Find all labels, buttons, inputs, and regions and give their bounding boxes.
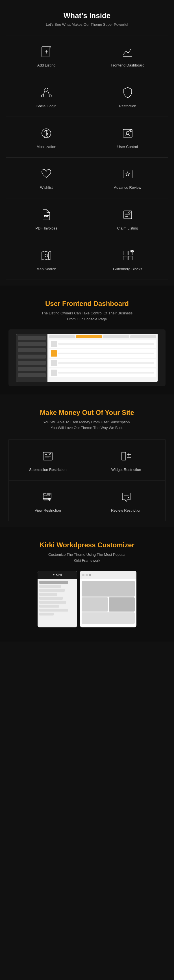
svg-line-8 (48, 91, 49, 95)
submission-restriction-icon (40, 448, 55, 464)
svg-rect-46 (47, 495, 49, 496)
svg-line-7 (43, 91, 45, 95)
grid-cell-view-restriction: View Restriction (9, 480, 87, 521)
user-control-label: User Control (117, 145, 138, 149)
view-restriction-label: View Restriction (35, 508, 61, 512)
page-title: What's Inside (6, 11, 168, 20)
grid-cell-gutenberg-blocks: 3D Gutenberg Blocks (87, 239, 169, 280)
frontend-dashboard-icon (120, 44, 136, 60)
kirki-left-panel: ✦ Kirki (38, 571, 77, 627)
dashboard-section: User Frontend Dashboard The Listing Owne… (0, 286, 174, 395)
frontend-dashboard-label: Frontend Dashboard (111, 63, 144, 67)
map-search-icon (38, 248, 54, 264)
svg-point-26 (45, 254, 48, 257)
grid-cell-add-listing: Add Listing (6, 35, 87, 76)
advance-review-label: Advance Review (114, 185, 141, 189)
money-grid: Submission Restriction Widget Restrictio… (8, 439, 166, 521)
monitization-icon (38, 126, 54, 141)
svg-marker-17 (126, 172, 130, 176)
grid-cell-user-control: User Control (87, 117, 169, 158)
user-control-icon (120, 126, 136, 141)
grid-cell-wishlist: Wishlist (6, 158, 87, 198)
money-section: Make Money Out Of Your Site You Will Abl… (0, 395, 174, 527)
view-restriction-icon (40, 489, 55, 505)
page-subtitle: Let's See What Makes Our Theme Super Pow… (6, 22, 168, 27)
grid-cell-map-search: Map Search (6, 239, 87, 280)
wishlist-label: Wishlist (40, 185, 53, 189)
restriction-label: Restriction (119, 104, 136, 108)
whats-inside-section: What's Inside Let's See What Makes Our T… (0, 0, 174, 286)
features-grid: Add Listing Frontend Dashboard (6, 35, 168, 280)
social-login-label: Social Login (36, 104, 57, 108)
grid-cell-review-restriction: Review Restriction (87, 480, 166, 521)
dashboard-mockup (8, 329, 166, 386)
svg-rect-16 (123, 170, 132, 178)
dashboard-title-suffix: Dashboard (93, 300, 129, 307)
kirki-right-panel (80, 571, 136, 627)
svg-point-5 (41, 95, 44, 97)
kirki-title-kirki: Kirki (40, 541, 54, 549)
grid-cell-pdf-invoices: PDF PDF Invoices (6, 198, 87, 239)
add-listing-icon (38, 44, 54, 60)
add-listing-label: Add Listing (37, 63, 55, 67)
money-title-make: Make (40, 409, 57, 416)
pdf-invoices-icon: PDF (38, 207, 54, 223)
kirki-description: Customize The Theme Using The Most Popul… (8, 552, 166, 564)
svg-rect-31 (128, 256, 132, 260)
grid-cell-advance-review: Advance Review (87, 158, 169, 198)
money-description: You Will Able To Earn Money From User Su… (8, 419, 166, 431)
grid-cell-claim-listing: Claim Listing (87, 198, 169, 239)
gutenberg-blocks-label: Gutenberg Blocks (113, 267, 142, 271)
advance-review-icon (120, 166, 136, 182)
money-title: Make Money Out Of Your Site (8, 409, 166, 417)
kirki-title: Kirki Workdpress Customizer (8, 541, 166, 549)
grid-cell-submission-restriction: Submission Restriction (9, 440, 87, 480)
svg-rect-44 (44, 493, 46, 495)
wishlist-icon (38, 166, 54, 182)
svg-point-12 (126, 131, 129, 134)
dashboard-description: The Listing Owners Can Take Control Of T… (8, 310, 166, 322)
review-restriction-icon (119, 489, 134, 505)
kirki-mockup: ✦ Kirki (8, 571, 166, 633)
gutenberg-blocks-icon: 3D (120, 248, 136, 264)
grid-cell-frontend-dashboard: Frontend Dashboard (87, 35, 169, 76)
grid-cell-monitization: Monitization (6, 117, 87, 158)
money-title-suffix: Out Of Your Site (82, 409, 134, 416)
dashboard-screenshot (8, 329, 166, 386)
kirki-logo: ✦ Kirki (38, 571, 77, 579)
submission-restriction-label: Submission Restriction (29, 468, 66, 472)
dashboard-title-frontend: Frontend (62, 300, 92, 307)
kirki-section: Kirki Workdpress Customizer Customize Th… (0, 527, 174, 641)
monitization-label: Monitization (37, 145, 56, 149)
dashboard-title: User Frontend Dashboard (8, 300, 166, 308)
money-title-money: Money (59, 409, 80, 416)
grid-cell-social-login: Social Login (6, 76, 87, 117)
svg-text:PDF: PDF (44, 215, 49, 217)
restriction-icon (120, 84, 136, 100)
svg-text:3D: 3D (131, 250, 134, 253)
widget-restriction-label: Widget Restriction (111, 468, 141, 472)
dashboard-title-user: User (45, 300, 60, 307)
review-restriction-label: Review Restriction (111, 508, 141, 512)
svg-rect-45 (47, 493, 51, 495)
kirki-title-suffix: Workdpress Customizer (57, 541, 134, 549)
claim-listing-icon (120, 207, 136, 223)
social-login-icon (38, 84, 54, 100)
map-search-label: Map Search (36, 267, 56, 271)
svg-rect-28 (123, 251, 127, 255)
svg-point-6 (49, 95, 51, 97)
svg-point-4 (44, 88, 48, 91)
svg-rect-39 (122, 452, 126, 460)
pdf-invoices-label: PDF Invoices (36, 226, 57, 231)
svg-rect-30 (123, 256, 127, 260)
grid-cell-widget-restriction: Widget Restriction (87, 440, 166, 480)
claim-listing-label: Claim Listing (117, 226, 138, 231)
grid-cell-restriction: Restriction (87, 76, 169, 117)
widget-restriction-icon (119, 448, 134, 464)
